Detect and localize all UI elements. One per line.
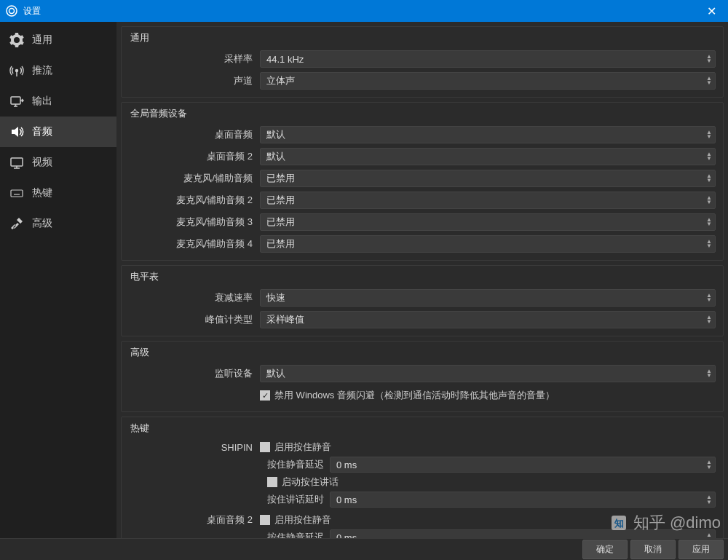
- ptmute-label: 启用按住静音: [274, 441, 331, 454]
- pttalk-checkbox[interactable]: [267, 477, 277, 487]
- section-title: 电平表: [129, 270, 716, 283]
- video-icon: [9, 154, 25, 170]
- audio-icon: [9, 124, 25, 140]
- hotkey-group2-label: 桌面音频 2: [129, 513, 260, 527]
- mic3-label: 麦克风/辅助音频 3: [129, 216, 260, 229]
- mic3-select[interactable]: 已禁用▲▼: [260, 213, 716, 231]
- mic2-label: 麦克风/辅助音频 2: [129, 194, 260, 207]
- ok-button[interactable]: 确定: [582, 540, 628, 559]
- svg-point-1: [9, 9, 15, 14]
- close-button[interactable]: ✕: [695, 0, 728, 22]
- sidebar-item-video[interactable]: 视频: [0, 147, 116, 178]
- section-title: 通用: [129, 31, 716, 44]
- desktop-audio2-select[interactable]: 默认▲▼: [260, 148, 716, 165]
- content-panel: 通用 采样率 44.1 kHz ▲▼ 声道 立体声 ▲▼: [116, 22, 728, 538]
- section-advanced: 高级 监听设备默认▲▼ ✓ 禁用 Windows 音频闪避（检测到通信活动时降低…: [121, 341, 724, 412]
- channel-select[interactable]: 立体声 ▲▼: [260, 72, 716, 90]
- sample-rate-select[interactable]: 44.1 kHz ▲▼: [260, 50, 716, 68]
- sidebar-item-hotkeys[interactable]: 热键: [0, 178, 116, 208]
- svg-rect-4: [11, 97, 20, 104]
- output-icon: [9, 93, 25, 109]
- pttalk-label: 启动按住讲话: [282, 476, 339, 489]
- sidebar-item-audio[interactable]: 音频: [0, 117, 116, 147]
- peak-select[interactable]: 采样峰值▲▼: [260, 311, 716, 328]
- sidebar-item-label: 音频: [32, 125, 52, 138]
- sidebar-item-label: 通用: [32, 33, 52, 47]
- desktop-audio-label: 桌面音频: [129, 128, 260, 141]
- ptmute-delay-label: 按住静音延迟: [267, 458, 324, 471]
- sidebar-item-label: 输出: [32, 95, 52, 108]
- sidebar-item-label: 热键: [32, 186, 52, 200]
- main-container: 通用 推流 输出 音频 视频: [0, 22, 728, 538]
- ptmute-checkbox[interactable]: [260, 442, 270, 452]
- g2-ptmute-delay-label: 按住静音延迟: [267, 531, 324, 538]
- section-hotkeys: 热键 SHIPIN 启用按住静音 按住静音延迟 0 ms▲▼ 启动按住讲话 按住: [121, 417, 724, 538]
- window-title: 设置: [23, 5, 41, 17]
- cancel-button[interactable]: 取消: [630, 540, 676, 559]
- mic2-select[interactable]: 已禁用▲▼: [260, 192, 716, 209]
- desktop-audio2-label: 桌面音频 2: [129, 150, 260, 163]
- monitor-label: 监听设备: [129, 367, 260, 380]
- hotkey-group1-label: SHIPIN: [129, 442, 260, 453]
- svg-rect-7: [11, 158, 23, 166]
- sidebar-item-output[interactable]: 输出: [0, 86, 116, 117]
- tools-icon: [9, 216, 25, 232]
- ducking-checkbox[interactable]: ✓: [260, 390, 270, 401]
- sample-rate-label: 采样率: [129, 52, 260, 66]
- ptmute-delay-spinner[interactable]: 0 ms▲▼: [330, 457, 716, 473]
- mic4-label: 麦克风/辅助音频 4: [129, 237, 260, 251]
- sidebar-item-label: 视频: [32, 156, 52, 169]
- section-title: 热键: [129, 422, 716, 435]
- desktop-audio-select[interactable]: 默认▲▼: [260, 126, 716, 143]
- mic1-label: 麦克风/辅助音频: [129, 172, 260, 185]
- mic4-select[interactable]: 已禁用▲▼: [260, 235, 716, 253]
- monitor-select[interactable]: 默认▲▼: [260, 365, 716, 382]
- decay-label: 衰减速率: [129, 291, 260, 304]
- keyboard-icon: [9, 185, 25, 201]
- section-title: 全局音频设备: [129, 107, 716, 120]
- g2-ptmute-checkbox[interactable]: [260, 515, 270, 525]
- obs-icon: [6, 5, 17, 17]
- sidebar-item-advanced[interactable]: 高级: [0, 208, 116, 239]
- gear-icon: [9, 32, 25, 48]
- g2-ptmute-label: 启用按住静音: [274, 513, 331, 527]
- sidebar-item-label: 推流: [32, 64, 52, 77]
- pttalk-delay-spinner[interactable]: 0 ms▲▼: [330, 492, 716, 508]
- section-devices: 全局音频设备 桌面音频默认▲▼ 桌面音频 2默认▲▼ 麦克风/辅助音频已禁用▲▼…: [121, 102, 724, 261]
- sidebar: 通用 推流 输出 音频 视频: [0, 22, 116, 538]
- titlebar: 设置 ✕: [0, 0, 728, 22]
- sidebar-item-general[interactable]: 通用: [0, 25, 116, 55]
- svg-point-0: [7, 6, 17, 16]
- section-general: 通用 采样率 44.1 kHz ▲▼ 声道 立体声 ▲▼: [121, 26, 724, 98]
- mic1-select[interactable]: 已禁用▲▼: [260, 170, 716, 187]
- pttalk-delay-label: 按住讲话延时: [267, 493, 324, 506]
- section-title: 高级: [129, 346, 716, 359]
- section-meters: 电平表 衰减速率快速▲▼ 峰值计类型采样峰值▲▼: [121, 265, 724, 336]
- ducking-label: 禁用 Windows 音频闪避（检测到通信活动时降低其他声音的音量）: [274, 389, 555, 402]
- channel-label: 声道: [129, 74, 260, 87]
- sidebar-item-stream[interactable]: 推流: [0, 55, 116, 86]
- sidebar-item-label: 高级: [32, 217, 52, 230]
- decay-select[interactable]: 快速▲▼: [260, 289, 716, 307]
- peak-label: 峰值计类型: [129, 313, 260, 326]
- g2-ptmute-delay-spinner[interactable]: 0 ms▲▼: [330, 529, 716, 538]
- stream-icon: [9, 63, 25, 79]
- apply-button[interactable]: 应用: [678, 540, 724, 559]
- footer: 确定 取消 应用: [0, 538, 728, 560]
- svg-rect-10: [11, 190, 23, 197]
